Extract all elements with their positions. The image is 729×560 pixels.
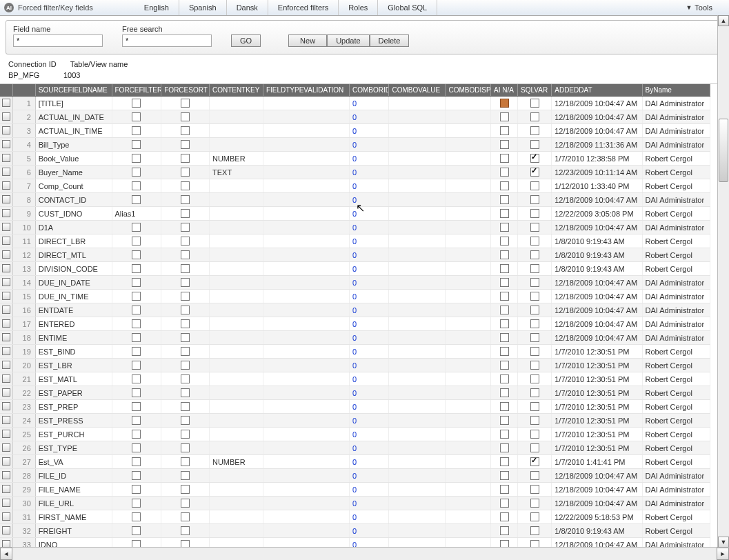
cell-fieldtypevalidation[interactable]	[263, 345, 349, 359]
row-handle-icon[interactable]	[2, 485, 10, 493]
cell-forcefilter[interactable]	[112, 372, 161, 386]
cell-sourcefieldname[interactable]: EST_MATL	[35, 372, 112, 386]
cell-sqlvar[interactable]	[518, 317, 552, 331]
table-row[interactable]: 28FILE_ID012/18/2009 10:04:47 AMDAI Admi…	[0, 469, 710, 483]
cell-combodisp[interactable]	[446, 303, 491, 317]
row-handle-icon[interactable]	[2, 402, 10, 410]
row-handle-icon[interactable]	[2, 264, 10, 272]
cell-ai-na[interactable]	[491, 400, 518, 414]
checkbox-icon[interactable]	[530, 154, 539, 163]
cell-sourcefieldname[interactable]: Comp_Count	[35, 179, 112, 193]
cell-contentkey[interactable]	[209, 538, 263, 548]
cell-sourcefieldname[interactable]: DIRECT_LBR	[35, 234, 112, 248]
cell-sqlvar[interactable]	[518, 303, 552, 317]
checkbox-icon[interactable]	[500, 250, 509, 259]
cell-contentkey[interactable]	[209, 400, 263, 414]
cell-sourcefieldname[interactable]: ENTDATE	[35, 303, 112, 317]
cell-sqlvar[interactable]	[518, 524, 552, 538]
cell-combodisp[interactable]	[446, 179, 491, 193]
cell-fieldtypevalidation[interactable]	[263, 166, 349, 179]
cell-sourcefieldname[interactable]: FILE_NAME	[35, 483, 112, 497]
cell-forcesort[interactable]	[161, 400, 210, 414]
cell-sourcefieldname[interactable]: CONTACT_ID	[35, 193, 112, 207]
cell-forcesort[interactable]	[161, 124, 210, 138]
cell-sourcefieldname[interactable]: Buyer_Name	[35, 166, 112, 179]
table-row[interactable]: 7Comp_Count01/12/2010 1:33:40 PMRobert C…	[0, 179, 710, 193]
cell-ai-na[interactable]	[491, 248, 518, 262]
cell-forcefilter[interactable]	[112, 303, 161, 317]
cell-forcefilter[interactable]	[112, 276, 161, 290]
cell-comborid[interactable]: 0	[350, 331, 389, 345]
checkbox-icon[interactable]	[132, 306, 141, 314]
cell-contentkey[interactable]	[209, 97, 263, 110]
checkbox-icon[interactable]	[181, 319, 190, 328]
cell-contentkey[interactable]	[209, 262, 263, 276]
cell-sourcefieldname[interactable]: IDNO	[35, 538, 112, 548]
cell-forcefilter[interactable]	[112, 359, 161, 372]
cell-combovalue[interactable]	[389, 124, 446, 138]
checkbox-icon[interactable]	[181, 292, 190, 301]
cell-comborid[interactable]: 0	[350, 469, 389, 483]
cell-ai-na[interactable]	[491, 483, 518, 497]
cell-contentkey[interactable]	[209, 414, 263, 428]
checkbox-icon[interactable]	[500, 471, 509, 480]
checkbox-icon[interactable]	[500, 168, 509, 177]
cell-forcesort[interactable]	[161, 234, 210, 248]
cell-combodisp[interactable]	[446, 428, 491, 441]
checkbox-icon[interactable]	[530, 126, 539, 135]
cell-combovalue[interactable]	[389, 345, 446, 359]
cell-forcesort[interactable]	[161, 386, 210, 400]
row-handle-icon[interactable]	[2, 416, 10, 424]
cell-forcefilter[interactable]	[112, 345, 161, 359]
row-handle-icon[interactable]	[2, 457, 10, 466]
checkbox-icon[interactable]	[181, 443, 190, 452]
cell-forcesort[interactable]	[161, 414, 210, 428]
tab-global-sql[interactable]: Global SQL	[378, 0, 437, 15]
checkbox-icon[interactable]	[132, 361, 141, 370]
cell-comborid[interactable]: 0	[350, 110, 389, 124]
checkbox-icon[interactable]	[132, 292, 141, 301]
cell-combovalue[interactable]	[389, 441, 446, 455]
checkbox-icon[interactable]	[500, 278, 509, 287]
checkbox-icon[interactable]	[500, 195, 509, 204]
cell-ai-na[interactable]	[491, 221, 518, 234]
cell-combodisp[interactable]	[446, 234, 491, 248]
checkbox-icon[interactable]	[181, 223, 190, 232]
cell-forcefilter[interactable]	[112, 110, 161, 124]
cell-combovalue[interactable]	[389, 193, 446, 207]
cell-sqlvar[interactable]	[518, 276, 552, 290]
cell-fieldtypevalidation[interactable]	[263, 110, 349, 124]
cell-combodisp[interactable]	[446, 221, 491, 234]
cell-forcesort[interactable]	[161, 317, 210, 331]
cell-sourcefieldname[interactable]: DUE_IN_DATE	[35, 276, 112, 290]
cell-forcefilter[interactable]	[112, 400, 161, 414]
checkbox-icon[interactable]	[181, 278, 190, 287]
cell-comborid[interactable]: 0	[350, 234, 389, 248]
cell-sourcefieldname[interactable]: EST_PRESS	[35, 414, 112, 428]
checkbox-icon[interactable]	[181, 112, 190, 121]
cell-ai-na[interactable]	[491, 97, 518, 110]
cell-ai-na[interactable]	[491, 414, 518, 428]
checkbox-icon[interactable]	[132, 430, 141, 439]
row-handle-icon[interactable]	[2, 99, 10, 107]
cell-sourcefieldname[interactable]: FILE_ID	[35, 469, 112, 483]
cell-fieldtypevalidation[interactable]	[263, 193, 349, 207]
row-handle-icon[interactable]	[2, 154, 10, 162]
cell-ai-na[interactable]	[491, 234, 518, 248]
row-handle-icon[interactable]	[2, 306, 10, 314]
scroll-right-icon[interactable]: ►	[717, 548, 729, 560]
cell-fieldtypevalidation[interactable]	[263, 497, 349, 510]
cell-fieldtypevalidation[interactable]	[263, 483, 349, 497]
cell-contentkey[interactable]	[209, 469, 263, 483]
cell-sqlvar[interactable]	[518, 248, 552, 262]
checkbox-icon[interactable]	[132, 416, 141, 425]
cell-fieldtypevalidation[interactable]	[263, 372, 349, 386]
scroll-left-icon[interactable]: ◄	[0, 548, 12, 560]
checkbox-icon[interactable]	[530, 374, 539, 383]
cell-contentkey[interactable]	[209, 359, 263, 372]
cell-sourcefieldname[interactable]: ENTERED	[35, 317, 112, 331]
table-row[interactable]: 22EST_PAPER01/7/2010 12:30:51 PMRobert C…	[0, 386, 710, 400]
cell-combodisp[interactable]	[446, 455, 491, 469]
cell-combovalue[interactable]	[389, 276, 446, 290]
checkbox-icon[interactable]	[181, 499, 190, 508]
